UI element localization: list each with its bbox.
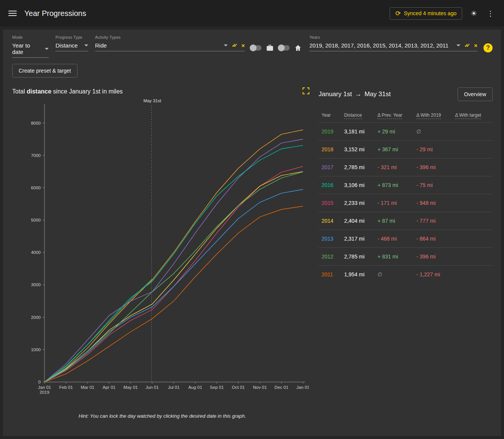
mode-label: Mode — [12, 35, 49, 40]
delta-prev-year-cell: - 321 mi — [374, 158, 413, 176]
chevron-down-icon[interactable] — [84, 44, 88, 46]
overview-button[interactable]: Overview — [458, 87, 493, 101]
delta-with-target-cell — [452, 266, 493, 284]
kebab-menu-icon[interactable]: ⋮ — [485, 8, 496, 19]
clear-selection-icon[interactable]: × — [474, 42, 477, 49]
table-row[interactable]: 20163,106 mi+ 873 mi- 75 mi — [319, 176, 493, 194]
brightness-icon[interactable]: ☀ — [469, 8, 479, 19]
table-header-row: YearDistanceΔ Prev. YearΔ With 2019Δ Wit… — [319, 109, 493, 123]
progress-type-label: Progress Type — [55, 35, 88, 40]
delta-prev-year-cell: - 468 mi — [374, 230, 413, 248]
delta-prev-year-cell: + 831 mi — [374, 248, 413, 266]
svg-text:Sep 01: Sep 01 — [210, 385, 223, 390]
svg-text:2019: 2019 — [40, 390, 49, 395]
page-title: Year Progressions — [24, 9, 86, 18]
app-bar: Year Progressions ⟳ Synced 4 minutes ago… — [0, 0, 504, 27]
delta-with-target-cell — [452, 123, 493, 141]
distance-cell: 3,181 mi — [341, 123, 374, 141]
svg-text:Jan 01: Jan 01 — [296, 385, 309, 390]
year-cell: 2018 — [319, 141, 341, 158]
column-header[interactable]: Δ Prev. Year — [374, 109, 413, 123]
hamburger-menu-icon[interactable] — [8, 11, 17, 16]
svg-text:0: 0 — [38, 380, 41, 384]
activity-types-label: Activity Types — [95, 35, 245, 40]
distance-cell: 3,152 mi — [341, 141, 374, 158]
svg-text:2000: 2000 — [31, 315, 41, 320]
series-line-2013 — [44, 189, 303, 382]
select-all-icon[interactable]: ✓✓ — [464, 43, 470, 48]
delta-with-2019-cell: - 777 mi — [414, 212, 452, 230]
mode-value: Year to date — [12, 42, 42, 55]
delta-with-target-cell — [452, 158, 493, 176]
year-cell: 2015 — [319, 194, 341, 212]
delta-with-target-cell — [452, 230, 493, 248]
svg-text:Feb 01: Feb 01 — [59, 385, 73, 390]
delta-with-2019-cell: - 948 mi — [414, 194, 452, 212]
summary-table-body: 20193,181 mi+ 29 mi∅20183,152 mi+ 367 mi… — [319, 123, 493, 284]
table-row[interactable]: 20132,317 mi- 468 mi- 864 mi — [319, 230, 493, 248]
chevron-down-icon[interactable] — [45, 48, 49, 50]
distance-cell: 2,317 mi — [341, 230, 374, 248]
chevron-down-icon[interactable] — [224, 44, 228, 46]
distance-cell: 2,785 mi — [341, 158, 374, 176]
briefcase-icon[interactable] — [266, 44, 274, 52]
sync-button[interactable]: ⟳ Synced 4 minutes ago — [390, 7, 462, 20]
sync-icon: ⟳ — [395, 10, 401, 17]
year-cell: 2014 — [319, 212, 341, 230]
chart-section: Total distance since January 1st in mile… — [12, 87, 312, 419]
year-cell: 2013 — [319, 230, 341, 248]
svg-text:5000: 5000 — [31, 218, 41, 222]
svg-text:Mar 01: Mar 01 — [81, 385, 94, 390]
svg-text:Oct 01: Oct 01 — [232, 385, 245, 390]
delta-with-target-cell — [452, 194, 493, 212]
commute-toggle[interactable] — [250, 45, 262, 51]
series-line-2014 — [44, 171, 303, 382]
indoor-toggle[interactable] — [278, 45, 290, 51]
delta-with-2019-cell: - 396 mi — [414, 248, 452, 266]
table-row[interactable]: 20183,152 mi+ 367 mi- 29 mi — [319, 141, 493, 158]
table-row[interactable]: 20172,785 mi- 321 mi- 396 mi — [319, 158, 493, 176]
activity-types-value: Ride — [95, 42, 107, 49]
delta-with-2019-cell: - 29 mi — [414, 141, 452, 158]
svg-text:Jul 01: Jul 01 — [168, 385, 180, 390]
column-header[interactable]: Distance — [341, 109, 374, 123]
series-line-2017 — [44, 139, 303, 382]
svg-text:May 01: May 01 — [124, 385, 138, 390]
delta-with-target-cell — [452, 212, 493, 230]
column-header[interactable]: Δ With 2019 — [414, 109, 452, 123]
quick-filter-strip — [250, 44, 302, 52]
clear-selection-icon[interactable]: × — [241, 42, 245, 49]
select-all-icon[interactable]: ✓✓ — [231, 43, 238, 48]
svg-text:Aug 01: Aug 01 — [188, 385, 202, 390]
svg-text:Apr 01: Apr 01 — [103, 385, 116, 390]
table-row[interactable]: 20152,233 mi- 171 mi- 948 mi — [319, 194, 493, 212]
summary-table: YearDistanceΔ Prev. YearΔ With 2019Δ Wit… — [319, 109, 493, 283]
svg-text:May 31st: May 31st — [143, 98, 161, 103]
table-row[interactable]: 20142,404 mi+ 87 mi- 777 mi — [319, 212, 493, 230]
delta-prev-year-cell: + 29 mi — [374, 123, 413, 141]
series-line-2018 — [44, 130, 303, 382]
progress-type-value: Distance — [55, 42, 78, 49]
years-field[interactable]: Years 2019, 2018, 2017, 2016, 2015, 2014… — [309, 35, 477, 51]
help-icon[interactable]: ? — [483, 43, 493, 52]
create-preset-button[interactable]: Create preset & target — [12, 64, 78, 78]
years-value: 2019, 2018, 2017, 2016, 2015, 2014, 2013… — [309, 42, 449, 49]
activity-types-field[interactable]: Activity Types Ride ✓✓ × — [95, 35, 245, 51]
fullscreen-icon[interactable] — [303, 87, 309, 95]
delta-prev-year-cell: + 87 mi — [374, 212, 413, 230]
filter-bar: Mode Year to date Progress Type Distance… — [12, 35, 493, 58]
progression-chart[interactable]: 010002000300040005000600070008000Jan 012… — [12, 95, 309, 411]
progress-type-field[interactable]: Progress Type Distance — [55, 35, 88, 51]
distance-cell: 3,106 mi — [341, 176, 374, 194]
svg-text:7000: 7000 — [31, 153, 41, 158]
mode-field[interactable]: Mode Year to date — [12, 35, 49, 58]
svg-text:8000: 8000 — [31, 121, 41, 125]
chevron-down-icon[interactable] — [456, 44, 460, 46]
home-icon[interactable] — [294, 44, 302, 52]
svg-text:1000: 1000 — [31, 347, 41, 352]
delta-with-2019-cell: - 864 mi — [414, 230, 452, 248]
column-header[interactable]: Δ With target — [452, 109, 493, 123]
table-row[interactable]: 20111,954 mi∅- 1,227 mi — [319, 266, 493, 284]
table-row[interactable]: 20122,785 mi+ 831 mi- 396 mi — [319, 248, 493, 266]
table-row[interactable]: 20193,181 mi+ 29 mi∅ — [319, 123, 493, 141]
